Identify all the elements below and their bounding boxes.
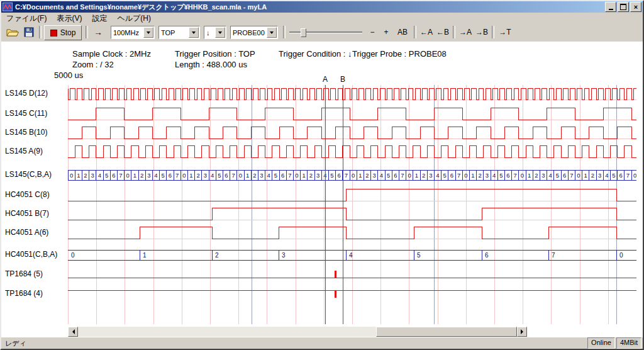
svg-text:0: 0 — [182, 172, 186, 179]
sample-clock-combo[interactable]: 100MHz — [111, 26, 155, 39]
zoom-slider[interactable] — [289, 28, 362, 37]
trigger-condition-combo[interactable]: ↓ — [204, 26, 226, 39]
svg-text:1: 1 — [584, 172, 587, 179]
svg-text:3: 3 — [147, 172, 150, 179]
menu-view[interactable]: 表示(V) — [52, 13, 87, 25]
zoom-out-button[interactable]: − — [366, 25, 379, 39]
svg-text:0: 0 — [633, 172, 636, 179]
trigger-condition-value: ↓ — [204, 29, 214, 37]
svg-text:7: 7 — [345, 172, 348, 179]
signal-label: TP1684 (4) — [5, 289, 43, 298]
svg-text:2: 2 — [535, 172, 538, 179]
signal-label: LS145 B(10) — [5, 128, 47, 137]
title-bar[interactable]: C:¥Documents and Settings¥noname¥デスクトップ¥… — [1, 1, 643, 13]
svg-text:5: 5 — [274, 172, 277, 179]
scroll-thumb[interactable] — [376, 327, 517, 337]
close-button[interactable]: × — [630, 2, 641, 12]
menu-file[interactable]: ファイル(F) — [1, 13, 52, 25]
svg-text:7: 7 — [626, 172, 630, 179]
toolbar-separator — [492, 26, 494, 38]
svg-text:1: 1 — [189, 172, 192, 179]
goto-trigger-button[interactable]: →T — [497, 25, 513, 39]
window-title: C:¥Documents and Settings¥noname¥デスクトップ¥… — [15, 3, 604, 12]
svg-text:6: 6 — [619, 172, 623, 179]
horizontal-scrollbar[interactable] — [68, 327, 527, 337]
svg-text:2: 2 — [215, 252, 219, 259]
svg-text:2: 2 — [479, 172, 482, 179]
svg-text:6: 6 — [485, 252, 489, 259]
scroll-right-button[interactable] — [517, 327, 527, 337]
svg-text:5: 5 — [218, 172, 221, 179]
svg-text:3: 3 — [486, 172, 489, 179]
svg-text:7: 7 — [119, 172, 122, 179]
signal-label: TP1684 (5) — [5, 269, 43, 278]
svg-text:4: 4 — [349, 252, 353, 259]
svg-text:6: 6 — [394, 172, 397, 179]
svg-text:0: 0 — [521, 172, 524, 179]
scroll-left-button[interactable] — [68, 327, 78, 337]
svg-text:1: 1 — [133, 172, 136, 179]
svg-text:0: 0 — [408, 172, 411, 179]
svg-text:1: 1 — [415, 172, 418, 179]
open-button[interactable] — [5, 25, 20, 39]
window: C:¥Documents and Settings¥noname¥デスクトップ¥… — [0, 0, 644, 350]
svg-text:6: 6 — [281, 172, 284, 179]
menu-settings[interactable]: 設定 — [87, 13, 112, 25]
maximize-button[interactable] — [618, 2, 629, 12]
svg-text:0: 0 — [239, 172, 242, 179]
status-memory: 4MBit — [616, 337, 641, 349]
svg-text:5: 5 — [105, 172, 108, 179]
svg-text:4: 4 — [267, 172, 270, 179]
run-button[interactable]: → — [91, 25, 106, 39]
zoom-slider-thumb[interactable] — [301, 28, 306, 37]
trigger-position-value: TOP — [159, 29, 188, 37]
svg-text:0: 0 — [619, 252, 623, 259]
signal-label: LS145 D(12) — [5, 89, 48, 98]
dropdown-arrow-icon[interactable] — [189, 27, 199, 38]
svg-text:6: 6 — [450, 172, 453, 179]
svg-text:2: 2 — [84, 172, 87, 179]
signal-label: HC4051 C(8) — [5, 190, 50, 199]
trigger-probe-combo[interactable]: PROBE00 — [230, 26, 278, 39]
svg-text:3: 3 — [316, 172, 319, 179]
sample-clock-value: 100MHz — [111, 29, 143, 37]
stop-button[interactable]: Stop — [44, 25, 82, 40]
waveform-client: Sample Clock : 2MHz Trigger Position : T… — [1, 42, 643, 337]
svg-text:4: 4 — [211, 172, 214, 179]
waveform-canvas[interactable]: 0123456701234567012345670123456701234567… — [68, 85, 636, 324]
signal-label: LS145 C(11) — [5, 109, 47, 118]
svg-text:3: 3 — [204, 172, 207, 179]
dropdown-arrow-icon[interactable] — [267, 27, 277, 38]
open-folder-icon — [6, 27, 19, 37]
maximize-icon — [620, 4, 626, 10]
stop-label: Stop — [60, 28, 76, 37]
status-bar: レディ Online 4MBit — [1, 337, 643, 349]
svg-text:0: 0 — [71, 252, 75, 259]
svg-text:1: 1 — [77, 172, 80, 179]
svg-text:2: 2 — [140, 172, 143, 179]
svg-text:7: 7 — [552, 252, 555, 259]
svg-text:2: 2 — [309, 172, 313, 179]
dropdown-arrow-icon[interactable] — [143, 27, 153, 38]
toolbar-separator — [414, 26, 416, 38]
scroll-right-icon — [521, 329, 526, 334]
trigger-position-combo[interactable]: TOP — [158, 26, 200, 39]
save-button[interactable] — [21, 25, 36, 39]
toolbar-separator — [453, 26, 455, 38]
goto-b-left-button[interactable]: ←B — [435, 25, 450, 39]
svg-text:3: 3 — [260, 172, 263, 179]
zoom-in-button[interactable]: + — [380, 25, 392, 39]
goto-b-right-button[interactable]: →B — [474, 25, 489, 39]
svg-text:6: 6 — [169, 172, 172, 179]
menu-help[interactable]: ヘルプ(H) — [112, 13, 156, 25]
svg-text:4: 4 — [154, 172, 157, 179]
status-ready: レディ — [1, 339, 587, 348]
dropdown-arrow-icon[interactable] — [215, 27, 225, 38]
ab-button[interactable]: AB — [394, 25, 411, 39]
status-online: Online — [587, 337, 615, 349]
minimize-button[interactable] — [605, 2, 616, 12]
svg-text:2: 2 — [253, 172, 256, 179]
svg-text:2: 2 — [365, 172, 369, 179]
goto-a-right-button[interactable]: →A — [458, 25, 473, 39]
goto-a-left-button[interactable]: ←A — [419, 25, 434, 39]
